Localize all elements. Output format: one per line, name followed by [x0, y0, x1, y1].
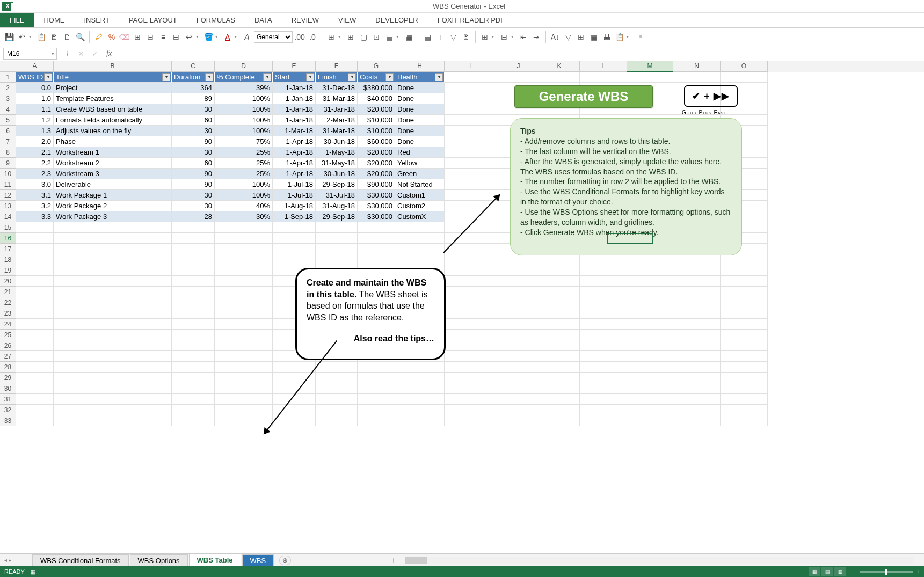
col-header[interactable]: L: [580, 61, 627, 72]
cell[interactable]: [539, 287, 580, 297]
row-header[interactable]: 25: [0, 330, 16, 340]
cell[interactable]: [580, 415, 627, 426]
cell[interactable]: $20,000: [358, 158, 395, 169]
cell[interactable]: [627, 362, 673, 373]
cells-container[interactable]: WBS ID▾Title▾Duration▾% Complete▾Start▾F…: [16, 72, 924, 426]
cell[interactable]: CustomX: [395, 211, 445, 222]
table-header[interactable]: % Complete▾: [215, 72, 273, 83]
sheet-tab[interactable]: WBS Conditional Formats: [32, 554, 129, 566]
cell[interactable]: [215, 308, 273, 319]
cell[interactable]: [54, 405, 172, 415]
cell[interactable]: $90,000: [358, 179, 395, 190]
cell[interactable]: [273, 415, 316, 426]
cell[interactable]: [673, 72, 721, 83]
cell[interactable]: [445, 147, 498, 158]
zoom-thumb[interactable]: [885, 569, 887, 575]
dropdown-icon[interactable]: ▾: [492, 34, 497, 39]
select-all-corner[interactable]: [0, 61, 16, 72]
cell[interactable]: [539, 254, 580, 265]
cell[interactable]: [580, 287, 627, 297]
cell[interactable]: [721, 415, 768, 426]
cell[interactable]: [172, 373, 215, 383]
row-header[interactable]: 22: [0, 297, 16, 308]
align-left-icon[interactable]: ≡: [157, 31, 169, 43]
cell[interactable]: [580, 373, 627, 383]
cell[interactable]: [673, 383, 721, 394]
cell[interactable]: 30%: [215, 211, 273, 222]
row-header[interactable]: 18: [0, 254, 16, 265]
cell[interactable]: [273, 233, 316, 244]
cell[interactable]: Create WBS based on table: [54, 104, 172, 115]
cell[interactable]: Done: [395, 115, 445, 126]
row-header[interactable]: 15: [0, 222, 16, 233]
cell[interactable]: [721, 394, 768, 405]
row-header[interactable]: 6: [0, 126, 16, 136]
cell[interactable]: [498, 308, 539, 319]
cell[interactable]: Deliverable: [54, 179, 172, 190]
cell[interactable]: [721, 319, 768, 330]
cell[interactable]: [395, 222, 445, 233]
insert-cells-icon[interactable]: ⊞: [479, 31, 491, 43]
row-header[interactable]: 30: [0, 383, 16, 394]
cell[interactable]: [395, 254, 445, 265]
cell[interactable]: [316, 394, 358, 405]
cell[interactable]: [673, 276, 721, 287]
cell[interactable]: 2.2: [16, 158, 54, 169]
cell[interactable]: [627, 287, 673, 297]
cell[interactable]: [445, 394, 498, 405]
cell[interactable]: [54, 351, 172, 362]
tab-foxit[interactable]: FOXIT READER PDF: [428, 13, 514, 27]
cell[interactable]: [673, 415, 721, 426]
cell[interactable]: Phase: [54, 136, 172, 147]
cell[interactable]: 100%: [215, 93, 273, 104]
filter-button-icon[interactable]: ▾: [263, 73, 271, 81]
cell[interactable]: 364: [172, 83, 215, 93]
row-header[interactable]: 33: [0, 415, 16, 426]
cell[interactable]: 40%: [215, 201, 273, 211]
tab-review[interactable]: REVIEW: [282, 13, 329, 27]
cell[interactable]: Done: [395, 126, 445, 136]
cell[interactable]: 75%: [215, 136, 273, 147]
cell[interactable]: [16, 415, 54, 426]
cell[interactable]: [215, 330, 273, 340]
page-break-view-icon[interactable]: ▧: [834, 567, 846, 576]
cell[interactable]: [627, 265, 673, 276]
tab-developer[interactable]: DEVELOPER: [366, 13, 427, 27]
cell[interactable]: 100%: [215, 190, 273, 201]
name-box[interactable]: M16: [3, 48, 57, 60]
customize-qat-icon[interactable]: ≡: [639, 34, 645, 39]
cell[interactable]: [580, 254, 627, 265]
cell[interactable]: [16, 340, 54, 351]
cell[interactable]: [54, 276, 172, 287]
cell[interactable]: [395, 415, 445, 426]
cell[interactable]: Done: [395, 136, 445, 147]
cell[interactable]: [395, 233, 445, 244]
border-none-icon[interactable]: ⊡: [370, 31, 382, 43]
cell[interactable]: [539, 383, 580, 394]
cell[interactable]: Work Package 2: [54, 201, 172, 211]
cell[interactable]: [721, 340, 768, 351]
cell[interactable]: [54, 222, 172, 233]
save-icon[interactable]: 💾: [3, 31, 15, 43]
cell[interactable]: [445, 287, 498, 297]
cell[interactable]: [395, 383, 445, 394]
cell[interactable]: 31-Jul-18: [316, 190, 358, 201]
cell[interactable]: 30: [172, 201, 215, 211]
cell[interactable]: 25%: [215, 169, 273, 179]
cell[interactable]: [215, 244, 273, 254]
cell[interactable]: [16, 383, 54, 394]
cell[interactable]: 90: [172, 136, 215, 147]
zoom-slider[interactable]: [860, 571, 913, 573]
col-header[interactable]: A: [16, 61, 54, 72]
sort-icon[interactable]: A↓: [549, 31, 561, 43]
col-header[interactable]: J: [498, 61, 539, 72]
cell[interactable]: [673, 254, 721, 265]
table-header[interactable]: Duration▾: [172, 72, 215, 83]
new-file-icon[interactable]: 🗎: [48, 31, 60, 43]
cell[interactable]: 1-Jan-18: [273, 115, 316, 126]
cell[interactable]: [445, 297, 498, 308]
cell[interactable]: 31-Dec-18: [316, 83, 358, 93]
col-header[interactable]: H: [395, 61, 445, 72]
cell[interactable]: [215, 405, 273, 415]
col-header[interactable]: O: [721, 61, 768, 72]
